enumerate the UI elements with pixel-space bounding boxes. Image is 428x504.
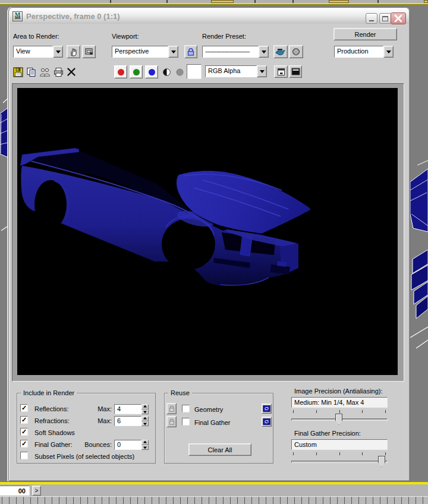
spin-down-icon[interactable] — [141, 445, 149, 451]
reflections-label: Reflections: — [34, 405, 68, 412]
dropdown-arrow-icon[interactable] — [53, 46, 63, 58]
print-image-button[interactable] — [52, 66, 64, 78]
copy-pages-icon — [26, 67, 36, 77]
viewport-lock-button[interactable] — [184, 45, 197, 58]
rendered-image[interactable] — [17, 88, 398, 375]
area-to-render-label: Area to Render: — [13, 33, 59, 40]
blue-refresh-folder-icon — [263, 405, 270, 412]
toggle-ui-button[interactable] — [289, 65, 302, 78]
floppy-disk-icon — [13, 67, 23, 77]
render-setup-button[interactable] — [273, 45, 288, 58]
refractions-max-field[interactable]: 6 — [114, 416, 141, 426]
render-preset-value: ---------------------------- — [202, 46, 259, 58]
gray-dot-icon — [175, 68, 184, 77]
dropdown-arrow-icon[interactable] — [257, 65, 267, 77]
reflections-max-field[interactable]: 4 — [114, 404, 141, 414]
fg-precision-ticks — [291, 452, 388, 455]
screen-icon — [291, 68, 300, 75]
area-to-render-select[interactable]: View — [13, 46, 63, 58]
clone-figures-icon — [39, 67, 51, 77]
minimize-button[interactable] — [366, 13, 377, 24]
background-color-swatch[interactable] — [187, 64, 202, 79]
render-button[interactable]: Render — [333, 28, 397, 40]
dropdown-arrow-icon[interactable] — [168, 46, 178, 58]
hand-icon — [69, 47, 78, 56]
window-titlebar[interactable]: M 3DS Perspective, frame 0 (1:1) — [10, 8, 409, 24]
window-title: Perspective, frame 0 (1:1) — [26, 12, 120, 21]
image-precision-ticks — [291, 410, 388, 413]
area-to-render-value: View — [13, 46, 53, 58]
teapot-icon — [275, 47, 286, 56]
spin-down-icon[interactable] — [141, 410, 149, 415]
refractions-label: Refractions: — [34, 417, 70, 424]
padlock-gray-icon — [168, 418, 175, 426]
green-channel-button[interactable] — [130, 65, 143, 78]
yellow-divider-top — [0, 3, 428, 5]
pan-region-button[interactable] — [67, 45, 80, 58]
viewport-value: Perspective — [112, 46, 168, 58]
window-overlay-icon — [277, 68, 285, 76]
3ds-max-icon: M 3DS — [12, 11, 23, 21]
final-gather-checkbox[interactable]: ✓ — [20, 440, 28, 448]
include-group-title: Include in Render — [21, 389, 77, 396]
channel-display-select[interactable]: RGB Alpha — [205, 65, 267, 77]
channel-display-value: RGB Alpha — [205, 65, 257, 77]
subset-pixels-label: Subset Pixels (of selected objects) — [34, 453, 134, 460]
clear-all-button[interactable]: Clear All — [188, 443, 251, 456]
close-icon — [391, 13, 405, 24]
delete-x-icon — [67, 67, 76, 77]
render-mode-value: Production — [334, 46, 383, 58]
blue-channel-icon — [149, 69, 155, 75]
refractions-checkbox[interactable]: ✓ — [20, 416, 28, 424]
blue-channel-button[interactable] — [145, 65, 158, 78]
geometry-lock-button[interactable] — [166, 403, 177, 414]
final-gather-bounces-field[interactable]: 0 — [114, 440, 141, 450]
render-preset-select[interactable]: ---------------------------- — [202, 46, 269, 58]
reuse-final-gather-label: Final Gather — [194, 419, 231, 426]
spin-up-icon[interactable] — [141, 440, 149, 445]
copy-image-button[interactable] — [25, 66, 37, 78]
spin-up-icon[interactable] — [141, 404, 149, 410]
time-slider-strip — [0, 484, 428, 496]
reflections-max-spinner: 4 — [114, 404, 149, 414]
blue-refresh-folder-icon — [263, 418, 270, 426]
alpha-channel-button[interactable] — [174, 67, 185, 77]
clear-image-button[interactable] — [65, 66, 77, 78]
toggle-ui-overlays-button[interactable] — [274, 65, 288, 78]
subset-pixels-checkbox[interactable] — [20, 452, 28, 459]
reuse-geometry-checkbox[interactable] — [182, 405, 190, 412]
final-gather-import-button[interactable] — [262, 417, 272, 427]
clone-rfw-button[interactable] — [38, 66, 51, 78]
fg-precision-label: Final Gather Precision: — [294, 430, 361, 437]
save-image-button[interactable] — [12, 66, 24, 78]
viewport-select[interactable]: Perspective — [112, 46, 178, 58]
geometry-import-button[interactable] — [262, 404, 272, 414]
render-mode-select[interactable]: Production — [334, 46, 394, 58]
spin-down-icon[interactable] — [141, 421, 149, 427]
frame-number-field[interactable]: 00 — [0, 486, 30, 496]
monochrome-channel-button[interactable] — [161, 67, 172, 77]
final-gather-label: Final Gather: — [34, 441, 73, 448]
reflections-checkbox[interactable]: ✓ — [20, 404, 28, 412]
viewport-wireframe-left — [0, 86, 8, 330]
spin-up-icon[interactable] — [141, 416, 149, 421]
reuse-final-gather-checkbox[interactable] — [182, 418, 190, 426]
next-frame-button[interactable]: > — [32, 486, 41, 496]
environment-dialog-button[interactable] — [289, 45, 303, 58]
padlock-gray-icon — [168, 405, 175, 412]
fg-precision-slider-track[interactable] — [291, 461, 388, 463]
edit-region-button[interactable] — [82, 45, 96, 58]
track-bar-ruler[interactable] — [0, 496, 428, 504]
red-channel-button[interactable] — [114, 65, 127, 78]
soft-shadows-checkbox[interactable]: ✓ — [20, 428, 28, 436]
viewport-label: Viewport: — [112, 33, 139, 40]
reuse-group-title: Reuse — [168, 389, 192, 396]
half-circle-icon — [162, 68, 171, 77]
close-button[interactable] — [391, 12, 406, 24]
dropdown-arrow-icon[interactable] — [383, 46, 394, 58]
final-gather-lock-button[interactable] — [166, 416, 177, 427]
maximize-icon — [382, 16, 388, 21]
dropdown-arrow-icon[interactable] — [259, 46, 269, 58]
maximize-button[interactable] — [379, 13, 391, 24]
minimize-icon — [369, 20, 374, 21]
